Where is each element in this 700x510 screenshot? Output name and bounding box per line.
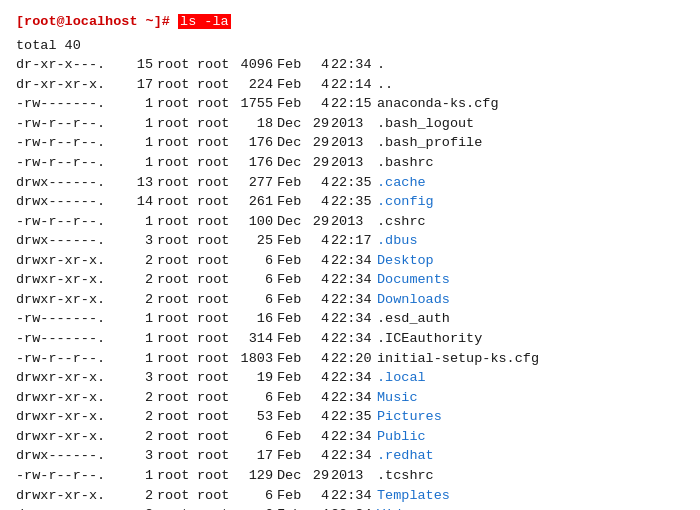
file-size: 6 [237, 486, 277, 506]
file-group: root [197, 251, 237, 271]
file-owner: root [157, 270, 197, 290]
command-highlight: ls -la [178, 14, 231, 29]
file-name: Downloads [377, 290, 450, 310]
file-time: 22:34 [331, 486, 377, 506]
table-row: -rw-r--r--.1 rootroot18 Dec29 2013.bash_… [16, 114, 684, 134]
prompt-cmd [170, 14, 178, 29]
file-month: Feb [277, 368, 309, 388]
file-perms: -rw-r--r--. [16, 114, 131, 134]
file-month: Feb [277, 486, 309, 506]
file-name: Documents [377, 270, 450, 290]
table-row: drwxr-xr-x.2 rootroot6 Feb4 22:34Templat… [16, 486, 684, 506]
file-links: 2 [131, 407, 157, 427]
file-group: root [197, 407, 237, 427]
file-time: 22:34 [331, 251, 377, 271]
file-day: 29 [309, 153, 331, 173]
file-time: 22:34 [331, 427, 377, 447]
file-name: Templates [377, 486, 450, 506]
file-links: 14 [131, 192, 157, 212]
file-perms: dr-xr-xr-x. [16, 75, 131, 95]
file-perms: drwxr-xr-x. [16, 290, 131, 310]
file-month: Feb [277, 427, 309, 447]
file-perms: drwx------. [16, 192, 131, 212]
file-links: 1 [131, 329, 157, 349]
file-size: 6 [237, 388, 277, 408]
file-day: 4 [309, 427, 331, 447]
file-owner: root [157, 94, 197, 114]
file-links: 1 [131, 133, 157, 153]
file-day: 4 [309, 94, 331, 114]
file-month: Dec [277, 133, 309, 153]
file-month: Feb [277, 55, 309, 75]
file-group: root [197, 368, 237, 388]
file-time: 22:34 [331, 55, 377, 75]
file-day: 29 [309, 466, 331, 486]
file-links: 2 [131, 270, 157, 290]
file-time: 22:34 [331, 446, 377, 466]
file-owner: root [157, 309, 197, 329]
file-time: 22:20 [331, 349, 377, 369]
file-time: 22:34 [331, 388, 377, 408]
file-month: Feb [277, 388, 309, 408]
file-group: root [197, 173, 237, 193]
file-group: root [197, 270, 237, 290]
table-row: drwxr-xr-x.2 rootroot6 Feb4 22:34Documen… [16, 270, 684, 290]
file-links: 1 [131, 114, 157, 134]
file-perms: drwxr-xr-x. [16, 505, 131, 510]
file-group: root [197, 231, 237, 251]
file-group: root [197, 212, 237, 232]
table-row: drwxr-xr-x.3 rootroot19 Feb4 22:34.local [16, 368, 684, 388]
file-perms: drwxr-xr-x. [16, 368, 131, 388]
file-size: 6 [237, 505, 277, 510]
file-day: 4 [309, 505, 331, 510]
file-perms: drwxr-xr-x. [16, 251, 131, 271]
table-row: -rw-r--r--.1 rootroot176 Dec29 2013.bash… [16, 153, 684, 173]
file-day: 4 [309, 251, 331, 271]
file-name: initial-setup-ks.cfg [377, 349, 539, 369]
file-owner: root [157, 505, 197, 510]
file-month: Dec [277, 114, 309, 134]
file-links: 2 [131, 427, 157, 447]
file-day: 29 [309, 133, 331, 153]
file-size: 4096 [237, 55, 277, 75]
file-name: Public [377, 427, 426, 447]
file-time: 22:34 [331, 290, 377, 310]
file-name: .. [377, 75, 393, 95]
file-time: 22:34 [331, 329, 377, 349]
file-name: Music [377, 388, 418, 408]
file-owner: root [157, 212, 197, 232]
file-size: 6 [237, 270, 277, 290]
file-month: Feb [277, 231, 309, 251]
table-row: drwx------.3 rootroot25 Feb4 22:17.dbus [16, 231, 684, 251]
file-month: Feb [277, 173, 309, 193]
file-month: Feb [277, 270, 309, 290]
file-owner: root [157, 231, 197, 251]
table-row: -rw-------.1 rootroot314 Feb4 22:34.ICEa… [16, 329, 684, 349]
file-owner: root [157, 388, 197, 408]
file-size: 100 [237, 212, 277, 232]
file-day: 4 [309, 407, 331, 427]
file-group: root [197, 192, 237, 212]
file-month: Feb [277, 94, 309, 114]
file-links: 1 [131, 212, 157, 232]
table-row: -rw-r--r--.1 rootroot1803 Feb4 22:20init… [16, 349, 684, 369]
file-name: . [377, 55, 385, 75]
file-perms: drwx------. [16, 173, 131, 193]
table-row: drwxr-xr-x.2 rootroot6 Feb4 22:34Music [16, 388, 684, 408]
file-size: 16 [237, 309, 277, 329]
file-name: .tcshrc [377, 466, 434, 486]
file-owner: root [157, 153, 197, 173]
file-name: .bash_logout [377, 114, 474, 134]
table-row: drwxr-xr-x.2 rootroot6 Feb4 22:34Videos [16, 505, 684, 510]
table-row: drwxr-xr-x.2 rootroot6 Feb4 22:34Public [16, 427, 684, 447]
file-name: .redhat [377, 446, 434, 466]
file-name: Videos [377, 505, 426, 510]
file-group: root [197, 466, 237, 486]
file-perms: -rw-------. [16, 329, 131, 349]
table-row: -rw-r--r--.1 rootroot176 Dec29 2013.bash… [16, 133, 684, 153]
file-name: Desktop [377, 251, 434, 271]
file-time: 22:15 [331, 94, 377, 114]
file-group: root [197, 133, 237, 153]
file-perms: drwxr-xr-x. [16, 270, 131, 290]
file-group: root [197, 94, 237, 114]
